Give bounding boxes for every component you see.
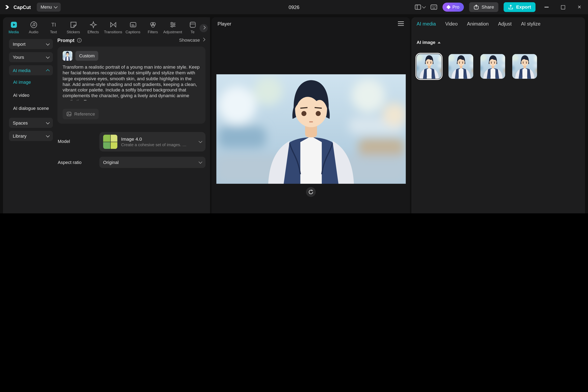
adjustment-icon (169, 20, 177, 29)
reference-button[interactable]: Reference (63, 109, 99, 119)
media-icon (10, 20, 18, 29)
tab-media[interactable]: Media (4, 20, 24, 39)
tab-stickers[interactable]: Stickers (63, 20, 83, 39)
result-thumbnail-3[interactable] (480, 54, 505, 78)
info-icon[interactable] (77, 38, 82, 43)
captions-icon (129, 20, 137, 29)
chevron-down-icon (54, 5, 58, 8)
aspect-ratio-label: Aspect ratio (58, 160, 82, 165)
chevron-up-icon (46, 69, 50, 73)
capcut-window: CapCut Menu 0926 Pro Share (0, 0, 588, 213)
result-thumbnail-4[interactable] (512, 54, 537, 78)
minimize-button[interactable] (541, 0, 552, 14)
result-thumbnail-2[interactable] (448, 54, 473, 78)
share-icon (474, 4, 479, 10)
aspect-ratio-value: Original (103, 160, 118, 165)
aspect-ratio-select[interactable]: Original (100, 157, 206, 168)
refresh-overlay-button[interactable] (306, 187, 316, 197)
sidebar-item-ai-media[interactable]: AI media (9, 65, 53, 76)
media-library-panel: Media Audio TI Text Stickers Effects Tra… (3, 17, 210, 213)
reference-avatar (63, 51, 72, 61)
properties-tabs: AI media Video Animation Adjust AI styli… (417, 17, 541, 30)
tab-adjust[interactable]: Adjust (498, 21, 512, 26)
sidebar-item-library[interactable]: Library (9, 131, 53, 141)
top-bar: CapCut Menu 0926 Pro Share (0, 0, 588, 14)
export-button[interactable]: Export (504, 2, 535, 12)
tab-filters[interactable]: Filters (143, 20, 163, 39)
layout-switch-button[interactable] (415, 4, 425, 10)
chevron-down-icon (199, 139, 202, 143)
tab-video[interactable]: Video (445, 21, 458, 26)
chevron-right-icon (202, 38, 205, 42)
result-thumbnail-1[interactable] (417, 54, 442, 78)
sidebar-item-ai-image[interactable]: AI image (13, 80, 31, 85)
ai-image-section-header[interactable]: AI image (417, 40, 441, 45)
preview-image[interactable] (216, 74, 406, 184)
effects-icon (89, 20, 97, 29)
shortcuts-button[interactable] (430, 4, 437, 10)
tab-captions[interactable]: Captions (123, 20, 143, 39)
chevron-down-icon (422, 5, 426, 8)
model-select[interactable]: Image 4.0 Create a cohesive set of image… (100, 132, 206, 152)
audio-icon (30, 20, 38, 29)
svg-text:TI: TI (51, 22, 56, 28)
share-button[interactable]: Share (469, 2, 498, 12)
prompt-title: Prompt (57, 38, 74, 43)
player-menu-icon[interactable] (398, 22, 404, 26)
image-icon (66, 112, 72, 117)
collapse-arrow-icon (438, 42, 440, 43)
sidebar-item-ai-video[interactable]: AI video (13, 93, 30, 98)
tab-adjustment[interactable]: Adjustment (163, 20, 182, 39)
app-name: CapCut (14, 4, 31, 10)
model-name: Image 4.0 (121, 136, 196, 142)
model-label: Model (58, 139, 70, 144)
tab-audio[interactable]: Audio (24, 20, 44, 39)
tab-animation[interactable]: Animation (467, 21, 488, 26)
export-icon (508, 4, 514, 10)
maximize-button[interactable] (557, 0, 568, 14)
chevron-down-icon (46, 134, 50, 137)
model-thumbnail (103, 134, 118, 149)
tab-strip-expand-button[interactable] (200, 24, 208, 32)
showcase-link[interactable]: Showcase (179, 38, 205, 43)
tab-effects[interactable]: Effects (83, 20, 103, 39)
chevron-down-icon (46, 42, 50, 45)
media-tab-strip: Media Audio TI Text Stickers Effects Tra… (4, 20, 206, 39)
pro-badge[interactable]: Pro (443, 3, 464, 12)
tab-text[interactable]: TI Text (44, 20, 63, 39)
tab-ai-stylize[interactable]: AI stylize (521, 21, 541, 26)
text-icon: TI (50, 20, 58, 29)
close-button[interactable]: × (574, 0, 585, 14)
chevron-down-icon (46, 120, 50, 124)
capcut-logo-icon (4, 4, 10, 10)
sticker-icon (69, 20, 78, 29)
sidebar-item-yours[interactable]: Yours (9, 52, 53, 62)
model-description: Create a cohesive set of images. … (121, 142, 196, 147)
sidebar-item-spaces[interactable]: Spaces (9, 118, 53, 128)
prompt-input-box[interactable]: Custom Transform a realistic portrait of… (57, 46, 206, 124)
tab-transitions[interactable]: Transitions (103, 20, 123, 39)
transitions-icon (109, 20, 117, 29)
chevron-down-icon (199, 160, 202, 164)
chevron-down-icon (46, 55, 50, 58)
sidebar-item-import[interactable]: Import (9, 39, 53, 49)
gem-icon (446, 5, 451, 10)
player-panel: Player 00:00:00:00 / 00:00:03:00 Full Ra… (212, 17, 410, 213)
custom-chip[interactable]: Custom (75, 51, 98, 61)
refresh-icon (308, 190, 314, 195)
player-header: Player (212, 17, 410, 30)
player-title: Player (218, 21, 231, 26)
sidebar-item-ai-dialogue-scene[interactable]: AI dialogue scene (13, 106, 49, 111)
prompt-text[interactable]: Transform a realistic portrait of a youn… (63, 64, 200, 100)
properties-panel: AI media Video Animation Adjust AI styli… (412, 17, 585, 213)
filters-icon (149, 20, 157, 29)
tab-ai-media[interactable]: AI media (417, 21, 436, 26)
menu-button[interactable]: Menu (37, 3, 61, 12)
